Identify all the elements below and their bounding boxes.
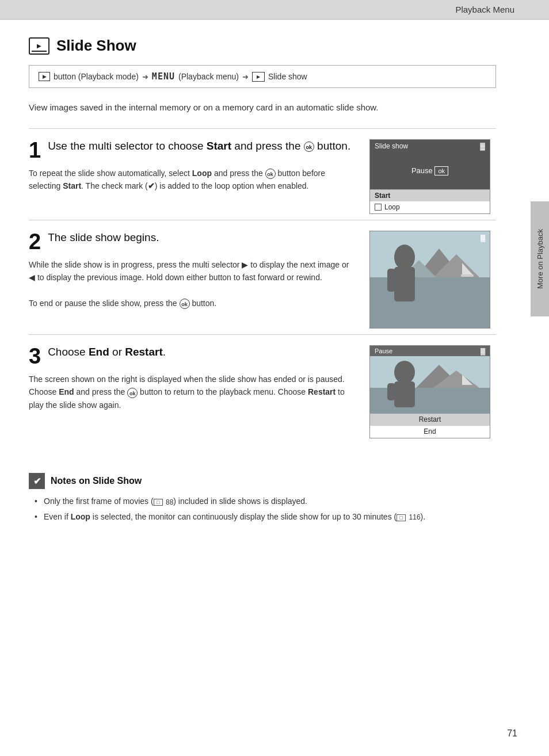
breadcrumb-text2: (Playback menu) (178, 72, 239, 81)
step-1-number: 1 (29, 139, 41, 161)
page-title: Slide Show (56, 37, 136, 55)
breadcrumb-arrow1: ➜ (142, 72, 148, 81)
loop-label: Loop (384, 203, 400, 211)
mock-menu-dark-area: Pause ok (370, 152, 490, 189)
breadcrumb-box: ▶ button (Playback mode) ➜ MENU (Playbac… (29, 65, 496, 88)
step-1-left: 1 Use the multi selector to choose Start… (29, 139, 356, 193)
pause-battery: ▓ (481, 348, 485, 354)
mock-loop-row: Loop (370, 201, 490, 213)
notes-title-row: ✔ Notes on Slide Show (29, 473, 496, 489)
slideshow-menu-mock: Slide show ▓ Pause ok Start Loop (369, 139, 490, 214)
mock-restart-row: Restart (370, 414, 490, 425)
play-button-icon: ▶ (39, 72, 50, 81)
step-1-section: 1 Use the multi selector to choose Start… (29, 129, 496, 220)
svg-rect-9 (387, 269, 395, 292)
svg-rect-17 (387, 383, 395, 400)
camera-battery: ▓ (481, 234, 485, 241)
ok-circle-4: ok (127, 388, 138, 398)
step-2-left: 2 The slide show begins. While the slide… (29, 231, 356, 310)
pause-label: Pause (375, 348, 392, 354)
notes-title: Notes on Slide Show (51, 476, 142, 486)
header-title: Playback Menu (455, 5, 514, 14)
mock-battery-sm: ▓ (480, 142, 485, 150)
breadcrumb-slideshow-icon: ▶ (252, 72, 265, 82)
mock-start-row: Start (370, 189, 490, 201)
page-title-row: Slide Show (29, 37, 496, 55)
main-content: Slide Show ▶ button (Playback mode) ➜ ME… (0, 20, 531, 543)
intro-text: View images saved in the internal memory… (29, 101, 496, 114)
step-2-screen: ▓ (369, 231, 496, 329)
breadcrumb-text1: button (Playback mode) (54, 72, 139, 81)
step-3-section: 3 Choose End or Restart. The screen show… (29, 335, 496, 444)
step-1-body: To repeat the slide show automatically, … (29, 167, 356, 193)
ok-circle-2: ok (265, 169, 276, 179)
step-2-number: 2 (29, 231, 41, 253)
top-bar: Playback Menu (0, 0, 549, 20)
breadcrumb-arrow2: ➜ (242, 72, 249, 81)
camera-screen-mock: ▓ (369, 231, 490, 329)
step-3-screen: Pause ▓ Restart End (369, 345, 496, 438)
mock-pause-bar: Pause ▓ (370, 346, 490, 356)
step-3-left: 3 Choose End or Restart. The screen show… (29, 345, 356, 411)
svg-rect-6 (461, 274, 474, 277)
pause-image-svg (370, 356, 490, 414)
note-item-2: Even if Loop is selected, the monitor ca… (35, 510, 496, 524)
step-2-title: 2 The slide show begins. (29, 231, 356, 253)
step-1-title: 1 Use the multi selector to choose Start… (29, 139, 356, 161)
notes-list: Only the first frame of movies (□ 88) in… (29, 495, 496, 524)
step-2-section: 2 The slide show begins. While the slide… (29, 220, 496, 335)
svg-point-15 (394, 361, 415, 384)
pause-screen-mock: Pause ▓ Restart End (369, 345, 490, 438)
mock-menu-bar: Slide show ▓ (370, 140, 490, 152)
book-ref-2: □ 116 (396, 512, 420, 523)
breadcrumb-menu: MENU (152, 71, 175, 82)
pause-image-area (370, 356, 490, 414)
loop-checkbox (375, 204, 382, 211)
step-3-number: 3 (29, 345, 41, 367)
svg-point-7 (394, 245, 415, 270)
notes-section: ✔ Notes on Slide Show Only the first fra… (29, 467, 496, 524)
mock-end-row: End (370, 425, 490, 438)
note-item-1: Only the first frame of movies (□ 88) in… (35, 495, 496, 508)
step-3-title: 3 Choose End or Restart. (29, 345, 356, 367)
book-ref-1: □ 88 (154, 497, 174, 508)
ok-circle-1: ok (304, 142, 314, 152)
notes-icon: ✔ (29, 473, 45, 489)
step-3-body: The screen shown on the right is display… (29, 373, 356, 411)
camera-bg-svg (370, 231, 490, 329)
step-1-screen: Slide show ▓ Pause ok Start Loop (369, 139, 496, 214)
sidebar-tab: More on Playback (531, 201, 549, 316)
step-2-body: While the slide show is in progress, pre… (29, 258, 356, 310)
ok-circle-3: ok (180, 299, 190, 309)
mock-ok-btn: ok (434, 166, 448, 175)
mock-menu-title: Slide show (375, 142, 408, 150)
page-number: 71 (507, 728, 517, 739)
slideshow-icon (29, 37, 49, 55)
breadcrumb-text3: Slide show (268, 72, 307, 81)
svg-rect-8 (394, 267, 415, 301)
svg-rect-16 (394, 381, 415, 407)
